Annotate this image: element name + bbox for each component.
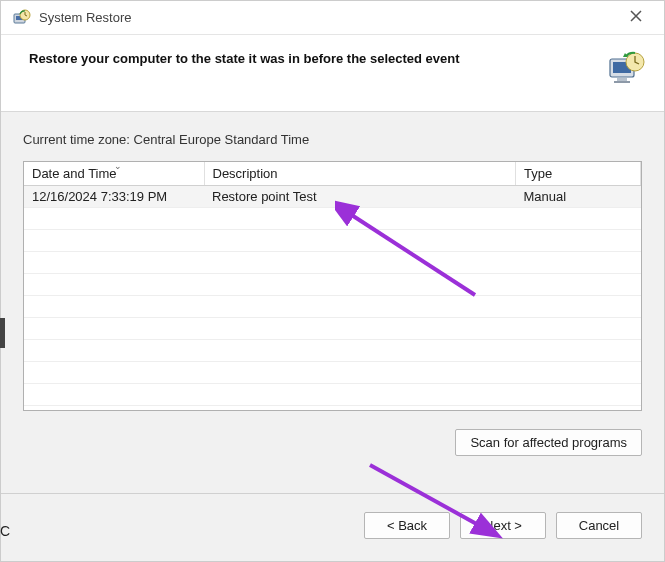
cell-datetime: 12/16/2024 7:33:19 PM bbox=[24, 186, 204, 208]
table-row[interactable]: 12/16/2024 7:33:19 PM Restore point Test… bbox=[24, 186, 641, 208]
table-row[interactable] bbox=[24, 296, 641, 318]
restore-points-table[interactable]: Date and Time ⌄ Description Type 12/16/2… bbox=[23, 161, 642, 411]
window-title: System Restore bbox=[39, 10, 616, 25]
wizard-header: Restore your computer to the state it wa… bbox=[1, 35, 664, 112]
timezone-label: Current time zone: Central Europe Standa… bbox=[23, 132, 642, 147]
column-description[interactable]: Description bbox=[204, 162, 516, 186]
page-heading: Restore your computer to the state it wa… bbox=[29, 51, 608, 66]
column-label: Description bbox=[213, 166, 278, 181]
svg-rect-6 bbox=[614, 81, 630, 83]
system-restore-window: System Restore Restore your computer to … bbox=[0, 0, 665, 562]
svg-rect-5 bbox=[617, 78, 627, 81]
cell-description: Restore point Test bbox=[204, 186, 516, 208]
table-row[interactable] bbox=[24, 208, 641, 230]
column-datetime[interactable]: Date and Time ⌄ bbox=[24, 162, 204, 186]
annotation-bar bbox=[0, 318, 5, 348]
table-row[interactable] bbox=[24, 384, 641, 406]
back-button[interactable]: < Back bbox=[364, 512, 450, 539]
restore-monitor-icon bbox=[608, 51, 646, 87]
column-type[interactable]: Type bbox=[516, 162, 641, 186]
titlebar: System Restore bbox=[1, 1, 664, 35]
table-row[interactable] bbox=[24, 274, 641, 296]
column-label: Date and Time bbox=[32, 166, 117, 181]
scan-affected-button[interactable]: Scan for affected programs bbox=[455, 429, 642, 456]
scan-row: Scan for affected programs bbox=[23, 429, 642, 456]
wizard-footer: < Back Next > Cancel bbox=[1, 494, 664, 561]
cell-type: Manual bbox=[516, 186, 641, 208]
column-label: Type bbox=[524, 166, 552, 181]
table-row[interactable] bbox=[24, 230, 641, 252]
next-button[interactable]: Next > bbox=[460, 512, 546, 539]
wizard-body: Current time zone: Central Europe Standa… bbox=[1, 112, 664, 494]
table-row[interactable] bbox=[24, 318, 641, 340]
table-row[interactable] bbox=[24, 362, 641, 384]
close-button[interactable] bbox=[616, 9, 656, 27]
table-row[interactable] bbox=[24, 252, 641, 274]
cancel-button[interactable]: Cancel bbox=[556, 512, 642, 539]
system-restore-icon bbox=[13, 9, 31, 27]
sort-desc-icon: ⌄ bbox=[114, 161, 122, 171]
annotation-letter: C bbox=[0, 523, 10, 539]
table-row[interactable] bbox=[24, 340, 641, 362]
table-header-row: Date and Time ⌄ Description Type bbox=[24, 162, 641, 186]
